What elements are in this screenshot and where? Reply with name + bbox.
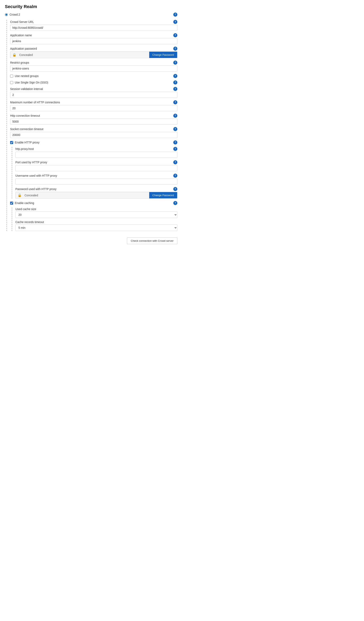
restrict-groups-input[interactable] (10, 66, 177, 71)
session-validation-interval-input[interactable] (10, 92, 177, 98)
proxy-lock-icon: 🔒 (16, 192, 24, 198)
socket-connection-timeout-help[interactable]: ? (173, 127, 177, 131)
crowd-server-url-label: Crowd Server URL (10, 20, 34, 23)
check-connection-area: Check connection with Crowd server (5, 235, 177, 244)
socket-connection-timeout-field: Socket connection timeout ? (10, 127, 177, 138)
application-password-wrap: 🔒 Concealed Change Password (10, 52, 177, 58)
enable-caching-help[interactable]: ? (173, 201, 177, 205)
application-password-change-btn[interactable]: Change Password (149, 52, 177, 58)
max-http-connections-label: Maximum number of HTTP connections (10, 101, 60, 104)
socket-connection-timeout-input[interactable] (10, 132, 177, 138)
use-sso-field: Use Single Sign On (SSO) ? (10, 80, 177, 85)
application-name-input[interactable] (10, 38, 177, 44)
crowd2-label: Crowd 2 (10, 13, 20, 16)
enable-http-proxy-checkbox[interactable] (10, 141, 13, 144)
use-nested-groups-field: Use nested groups ? (10, 74, 177, 78)
used-cache-size-select[interactable]: 20 50 100 200 (15, 211, 177, 218)
application-name-field: Application name ? (10, 33, 177, 44)
http-proxy-host-field: http.proxy.host ? (15, 147, 177, 158)
enable-caching-field: Enable caching ? (10, 201, 177, 205)
crowd-server-url-field: Crowd Server URL ? (10, 20, 177, 31)
http-connection-timeout-input[interactable] (10, 119, 177, 125)
application-name-label: Application name (10, 34, 32, 37)
crowd-server-url-help[interactable]: ? (173, 20, 177, 24)
socket-connection-timeout-label: Socket connection timeout (10, 127, 43, 131)
port-http-proxy-input[interactable] (15, 165, 177, 171)
http-proxy-host-label: http.proxy.host (15, 147, 34, 151)
use-sso-checkbox[interactable] (10, 81, 13, 84)
password-http-proxy-help[interactable]: ? (173, 187, 177, 191)
caching-nested-section: Used cache size 20 50 100 200 Cache reco… (12, 207, 177, 231)
crowd2-help-icon[interactable]: ? (173, 13, 177, 17)
use-sso-label: Use Single Sign On (SSO) (15, 81, 48, 84)
use-nested-groups-checkbox[interactable] (10, 75, 13, 78)
application-name-help[interactable]: ? (173, 33, 177, 37)
enable-http-proxy-label: Enable HTTP proxy (15, 141, 39, 144)
restrict-groups-help[interactable]: ? (173, 61, 177, 65)
username-http-proxy-help[interactable]: ? (173, 174, 177, 178)
main-section: Crowd Server URL ? Application name ? Ap… (6, 20, 177, 231)
used-cache-size-field: Used cache size 20 50 100 200 (15, 207, 177, 218)
password-http-proxy-label: Password used with HTTP proxy (15, 188, 56, 191)
port-http-proxy-field: Port used by HTTP proxy ? (15, 160, 177, 171)
max-http-connections-field: Maximum number of HTTP connections ? (10, 100, 177, 111)
crowd2-radio[interactable] (5, 13, 8, 16)
application-password-help[interactable]: ? (173, 47, 177, 51)
port-http-proxy-help[interactable]: ? (173, 160, 177, 164)
restrict-groups-field: Restrict groups ? (10, 61, 177, 71)
password-http-proxy-change-btn[interactable]: Change Password (149, 192, 177, 198)
use-nested-groups-help[interactable]: ? (173, 74, 177, 78)
session-validation-interval-field: Session validation interval ? (10, 87, 177, 98)
proxy-nested-section: http.proxy.host ? Port used by HTTP prox… (12, 147, 177, 199)
enable-http-proxy-field: Enable HTTP proxy ? (10, 140, 177, 144)
http-proxy-host-help[interactable]: ? (173, 147, 177, 151)
application-password-field: Application password ? 🔒 Concealed Chang… (10, 47, 177, 58)
http-connection-timeout-help[interactable]: ? (173, 114, 177, 118)
enable-caching-checkbox[interactable] (10, 202, 13, 205)
application-password-label: Application password (10, 47, 37, 50)
cache-records-timeout-field: Cache records timeout 1 min 2 min 5 min … (15, 221, 177, 231)
use-sso-help[interactable]: ? (173, 80, 177, 85)
max-http-connections-help[interactable]: ? (173, 100, 177, 104)
restrict-groups-label: Restrict groups (10, 61, 29, 64)
password-http-proxy-wrap: 🔒 Concealed Change Password (15, 192, 177, 199)
cache-records-timeout-select[interactable]: 1 min 2 min 5 min 10 min 30 min (15, 224, 177, 231)
enable-http-proxy-help[interactable]: ? (173, 140, 177, 144)
enable-caching-label: Enable caching (15, 201, 34, 205)
cache-records-timeout-label: Cache records timeout (15, 221, 44, 224)
username-http-proxy-field: Username used with HTTP proxy ? (15, 174, 177, 185)
use-nested-groups-label: Use nested groups (15, 74, 39, 78)
crowd2-radio-row: Crowd 2 ? (5, 13, 177, 17)
username-http-proxy-label: Username used with HTTP proxy (15, 174, 57, 177)
session-validation-interval-label: Session validation interval (10, 87, 43, 91)
check-connection-button[interactable]: Check connection with Crowd server (127, 238, 177, 244)
http-connection-timeout-field: Http connection timeout ? (10, 114, 177, 125)
used-cache-size-label: Used cache size (15, 207, 36, 211)
username-http-proxy-input[interactable] (15, 178, 177, 185)
password-http-proxy-field: Password used with HTTP proxy ? 🔒 Concea… (15, 187, 177, 199)
application-password-concealed: Concealed (18, 52, 149, 58)
page-title: Security Realm (5, 4, 177, 9)
lock-icon: 🔒 (10, 52, 18, 58)
max-http-connections-input[interactable] (10, 105, 177, 111)
crowd-server-url-input[interactable] (10, 25, 177, 31)
password-http-proxy-concealed: Concealed (24, 192, 149, 198)
http-connection-timeout-label: Http connection timeout (10, 114, 40, 117)
port-http-proxy-label: Port used by HTTP proxy (15, 161, 47, 164)
http-proxy-host-input[interactable] (15, 152, 177, 158)
session-validation-interval-help[interactable]: ? (173, 87, 177, 91)
